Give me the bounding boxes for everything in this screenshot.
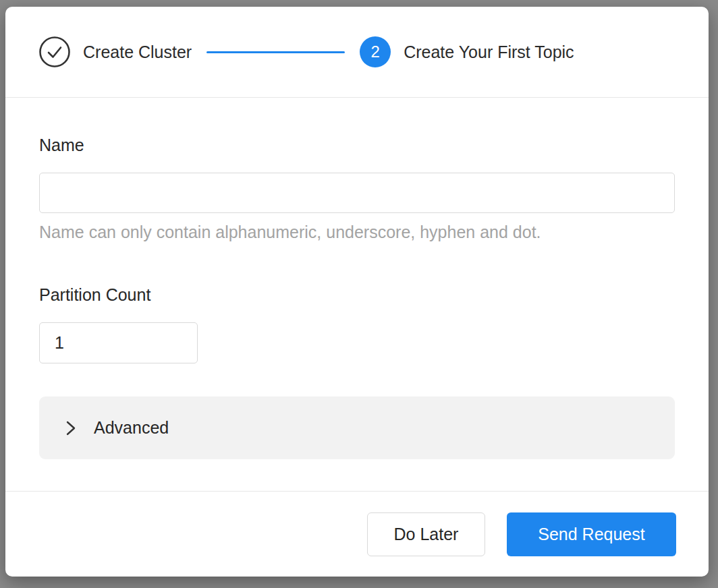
send-request-button[interactable]: Send Request — [507, 512, 676, 556]
step-label: Create Your First Topic — [404, 42, 574, 62]
create-topic-modal: Create Cluster 2 Create Your First Topic… — [5, 7, 709, 577]
partition-count-label: Partition Count — [39, 285, 675, 305]
name-help-text: Name can only contain alphanumeric, unde… — [39, 223, 675, 242]
check-icon — [39, 36, 70, 67]
advanced-toggle[interactable]: Advanced — [39, 396, 675, 459]
partition-count-input[interactable] — [39, 322, 198, 363]
stepper: Create Cluster 2 Create Your First Topic — [39, 36, 675, 67]
do-later-button[interactable]: Do Later — [367, 512, 485, 556]
chevron-right-icon — [65, 419, 76, 437]
step-complete-indicator — [39, 36, 70, 67]
step-number-indicator: 2 — [360, 36, 391, 67]
modal-footer: Do Later Send Request — [5, 491, 709, 577]
name-input[interactable] — [39, 173, 675, 213]
step-number: 2 — [370, 44, 379, 60]
step-create-first-topic: 2 Create Your First Topic — [360, 36, 574, 67]
stepper-connector — [206, 51, 345, 53]
name-label: Name — [39, 136, 675, 155]
step-create-cluster: Create Cluster — [39, 36, 192, 67]
modal-header: Create Cluster 2 Create Your First Topic — [5, 7, 709, 98]
step-label: Create Cluster — [83, 42, 192, 62]
modal-body: Name Name can only contain alphanumeric,… — [5, 98, 709, 491]
advanced-label: Advanced — [94, 418, 169, 438]
